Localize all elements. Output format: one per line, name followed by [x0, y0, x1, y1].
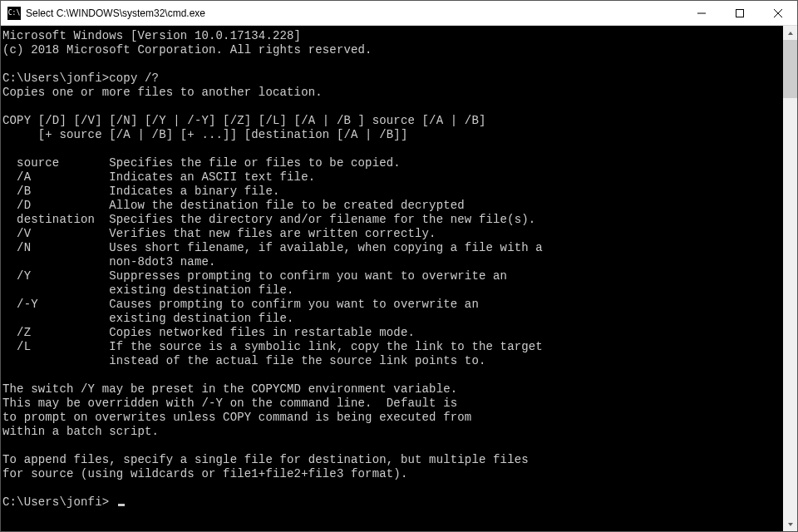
- cmd-icon: [7, 7, 21, 20]
- cmd-window: Select C:\WINDOWS\system32\cmd.exe Micro…: [0, 0, 798, 532]
- line: /-Y Causes prompting to confirm you want…: [2, 298, 479, 311]
- line: /D Allow the destination file to be crea…: [2, 199, 465, 212]
- scroll-up-button[interactable]: [783, 26, 797, 40]
- line: /B Indicates a binary file.: [2, 185, 280, 198]
- line: /Y Suppresses prompting to confirm you w…: [2, 269, 507, 283]
- line: C:\Users\jonfi>copy /?: [2, 71, 159, 85]
- line: instead of the actual file the source li…: [2, 354, 486, 367]
- line: existing destination file.: [2, 283, 294, 297]
- minimize-button[interactable]: [682, 1, 721, 26]
- client-area: Microsoft Windows [Version 10.0.17134.22…: [1, 26, 797, 531]
- line: To append files, specify a single file f…: [2, 453, 529, 466]
- line: /A Indicates an ASCII text file.: [2, 170, 315, 184]
- line: source Specifies the file or files to be…: [2, 156, 401, 170]
- line: /L If the source is a symbolic link, cop…: [2, 340, 543, 353]
- scrollbar-track[interactable]: [783, 40, 797, 517]
- vertical-scrollbar[interactable]: [783, 26, 797, 531]
- line: to prompt on overwrites unless COPY comm…: [2, 411, 471, 424]
- titlebar[interactable]: Select C:\WINDOWS\system32\cmd.exe: [1, 1, 797, 26]
- line: The switch /Y may be preset in the COPYC…: [2, 382, 457, 396]
- prompt-line: C:\Users\jonfi>: [2, 495, 116, 509]
- close-button[interactable]: [759, 1, 797, 26]
- line: within a batch script.: [2, 425, 159, 438]
- window-title: Select C:\WINDOWS\system32\cmd.exe: [26, 7, 205, 19]
- line: non-8dot3 name.: [2, 255, 216, 268]
- line: This may be overridden with /-Y on the c…: [2, 397, 457, 410]
- line: [+ source [/A | /B] [+ ...]] [destinatio…: [2, 128, 407, 141]
- line: COPY [/D] [/V] [/N] [/Y | /-Y] [/Z] [/L]…: [2, 114, 486, 127]
- line: existing destination file.: [2, 312, 294, 325]
- line: /Z Copies networked files in restartable…: [2, 326, 415, 339]
- line: /N Uses short filename, if available, wh…: [2, 241, 543, 254]
- line: destination Specifies the directory and/…: [2, 213, 535, 226]
- scrollbar-thumb[interactable]: [783, 40, 797, 98]
- cursor: [118, 504, 125, 506]
- line: (c) 2018 Microsoft Corporation. All righ…: [2, 43, 372, 57]
- line: Microsoft Windows [Version 10.0.17134.22…: [2, 29, 301, 42]
- line: Copies one or more files to another loca…: [2, 86, 323, 99]
- scroll-down-button[interactable]: [783, 517, 797, 531]
- line: /V Verifies that new files are written c…: [2, 227, 436, 240]
- maximize-button[interactable]: [721, 1, 759, 26]
- terminal-output[interactable]: Microsoft Windows [Version 10.0.17134.22…: [1, 26, 783, 531]
- line: for source (using wildcards or file1+fil…: [2, 467, 407, 480]
- svg-rect-0: [736, 9, 744, 17]
